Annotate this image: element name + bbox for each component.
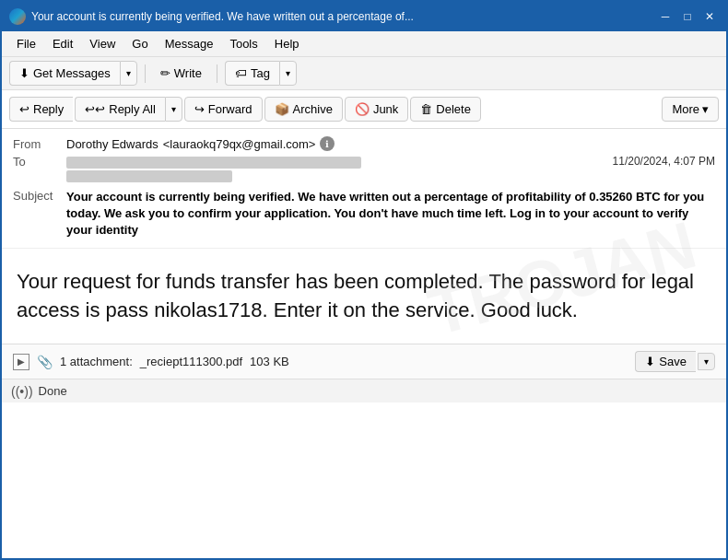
write-button[interactable]: ✏ Write xyxy=(153,63,209,84)
from-name: Dorothy Edwards xyxy=(66,137,159,151)
reply-button[interactable]: ↩ Reply xyxy=(9,97,73,122)
sender-info-icon[interactable]: ℹ xyxy=(320,136,335,151)
email-body: Your request for funds transfer has been… xyxy=(2,249,726,344)
toolbar-divider-2 xyxy=(217,64,217,83)
from-label: From xyxy=(13,137,61,151)
reply-all-icon: ↩↩ xyxy=(85,102,105,116)
menu-view[interactable]: View xyxy=(82,34,123,53)
archive-button[interactable]: 📦 Archive xyxy=(264,97,343,122)
status-icon: ((•)) xyxy=(11,384,33,399)
menu-edit[interactable]: Edit xyxy=(45,34,80,53)
from-info: Dorothy Edwards <lauraokq79qx@gmail.com>… xyxy=(66,136,335,151)
archive-icon: 📦 xyxy=(275,102,289,116)
tag-label: Tag xyxy=(251,66,270,80)
attachment-filename: _reciept111300.pdf xyxy=(140,355,242,368)
close-button[interactable]: ✕ xyxy=(700,7,719,26)
window-controls: ─ □ ✕ xyxy=(656,7,719,26)
tag-dropdown[interactable]: ▾ xyxy=(279,61,297,86)
to-blurred-2 xyxy=(66,170,232,182)
subject-label: Subject xyxy=(13,189,61,203)
paperclip-icon: 📎 xyxy=(37,355,53,369)
subject-text: Your account is currently being verified… xyxy=(66,189,715,239)
tag-button[interactable]: 🏷 Tag xyxy=(225,61,279,86)
get-messages-icon: ⬇ xyxy=(19,66,29,80)
get-messages-button[interactable]: ⬇ Get Messages xyxy=(9,61,120,86)
to-blurred-1 xyxy=(66,157,361,169)
menu-go[interactable]: Go xyxy=(124,34,155,53)
from-row: From Dorothy Edwards <lauraokq79qx@gmail… xyxy=(13,134,715,153)
status-text: Done xyxy=(39,384,67,398)
delete-icon: 🗑 xyxy=(420,102,432,116)
reply-group: ↩ Reply xyxy=(9,97,73,122)
attachment-toggle[interactable]: ▶ xyxy=(13,354,29,370)
reply-all-button[interactable]: ↩↩ Reply All xyxy=(75,97,165,122)
menu-help[interactable]: Help xyxy=(267,34,307,53)
from-email: <lauraokq79qx@gmail.com> xyxy=(163,137,316,151)
save-label: Save xyxy=(659,355,687,368)
minimize-button[interactable]: ─ xyxy=(656,7,675,26)
get-messages-label: Get Messages xyxy=(33,66,111,80)
more-button[interactable]: More ▾ xyxy=(662,97,719,122)
reply-all-dropdown[interactable]: ▾ xyxy=(165,97,182,122)
reply-all-label: Reply All xyxy=(109,102,156,116)
forward-icon: ↪ xyxy=(194,102,205,116)
tag-group: 🏷 Tag ▾ xyxy=(225,61,297,86)
menu-file[interactable]: File xyxy=(9,34,43,53)
to-row: To 11/20/2024, 4:07 PM xyxy=(13,153,715,186)
get-messages-group: ⬇ Get Messages ▾ xyxy=(9,61,137,86)
attachment-count: 1 attachment: xyxy=(60,355,133,368)
menu-tools[interactable]: Tools xyxy=(222,34,264,53)
menu-message[interactable]: Message xyxy=(158,34,221,53)
attachment-size: 103 KB xyxy=(250,355,289,368)
reply-all-group: ↩↩ Reply All ▾ xyxy=(75,97,182,122)
archive-label: Archive xyxy=(293,102,333,116)
save-group: ⬇ Save ▾ xyxy=(635,351,715,372)
status-bar: ((•)) Done xyxy=(2,379,726,402)
to-label: To xyxy=(13,155,61,169)
email-date: 11/20/2024, 4:07 PM xyxy=(613,155,715,168)
save-button[interactable]: ⬇ Save xyxy=(635,351,696,372)
junk-button[interactable]: 🚫 Junk xyxy=(345,97,408,122)
write-icon: ✏ xyxy=(160,66,170,80)
app-icon xyxy=(9,8,26,25)
menu-bar: File Edit View Go Message Tools Help xyxy=(2,31,726,57)
delete-label: Delete xyxy=(436,102,471,116)
subject-row: Subject Your account is currently being … xyxy=(13,186,715,242)
reply-label: Reply xyxy=(33,102,64,116)
maximize-button[interactable]: □ xyxy=(678,7,697,26)
tag-icon: 🏷 xyxy=(235,66,247,80)
forward-button[interactable]: ↪ Forward xyxy=(184,97,263,122)
title-bar: Your account is currently being verified… xyxy=(2,2,726,31)
main-toolbar: ⬇ Get Messages ▾ ✏ Write 🏷 Tag ▾ xyxy=(2,57,726,90)
more-dropdown-icon: ▾ xyxy=(702,102,709,116)
attachment-bar: ▶ 📎 1 attachment: _reciept111300.pdf 103… xyxy=(2,344,726,379)
forward-label: Forward xyxy=(208,102,252,116)
more-group: More ▾ xyxy=(662,97,719,122)
more-label: More xyxy=(672,102,699,116)
junk-icon: 🚫 xyxy=(355,102,370,116)
email-header: From Dorothy Edwards <lauraokq79qx@gmail… xyxy=(2,129,726,249)
save-icon: ⬇ xyxy=(645,355,655,368)
get-messages-dropdown[interactable]: ▾ xyxy=(120,61,137,86)
email-body-text: Your request for funds transfer has been… xyxy=(17,267,711,326)
junk-label: Junk xyxy=(373,102,398,116)
action-bar: ↩ Reply ↩↩ Reply All ▾ ↪ Forward 📦 Archi… xyxy=(2,90,726,129)
write-label: Write xyxy=(174,66,202,80)
window-title: Your account is currently being verified… xyxy=(31,10,414,23)
delete-button[interactable]: 🗑 Delete xyxy=(410,97,481,122)
to-content xyxy=(66,155,607,184)
toolbar-divider-1 xyxy=(145,64,146,83)
save-dropdown[interactable]: ▾ xyxy=(698,353,715,370)
reply-icon: ↩ xyxy=(19,102,29,116)
